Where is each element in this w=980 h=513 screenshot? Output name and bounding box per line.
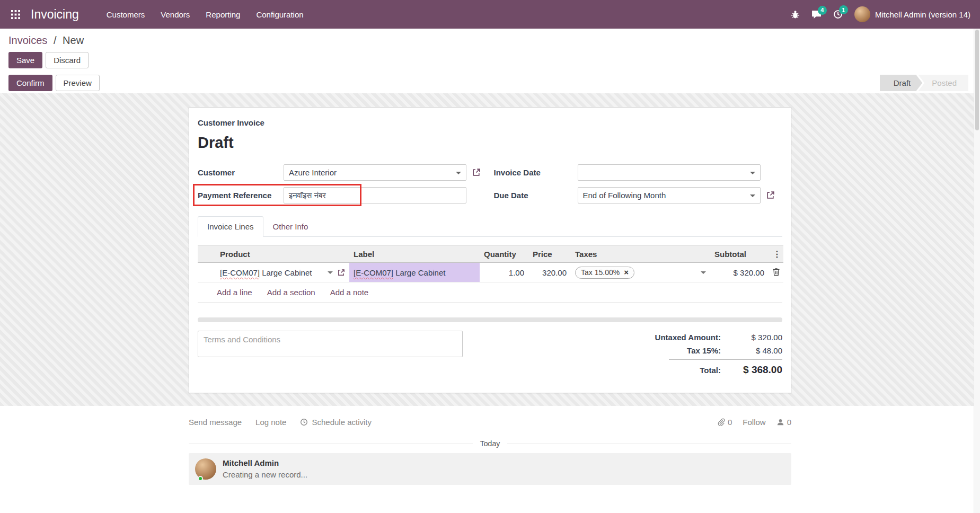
- optional-columns-icon[interactable]: [769, 246, 783, 263]
- due-date-label: Due Date: [494, 191, 578, 200]
- apps-menu-icon[interactable]: [6, 5, 24, 23]
- column-header-product[interactable]: Product: [216, 246, 349, 263]
- due-date-value: End of Following Month: [583, 191, 666, 200]
- send-message-button[interactable]: Send message: [189, 418, 242, 427]
- price-cell[interactable]: 320.00: [528, 263, 571, 282]
- log-note-button[interactable]: Log note: [255, 418, 286, 427]
- customer-field-row: Customer Azure Interior: [198, 164, 487, 181]
- customer-select[interactable]: Azure Interior: [284, 164, 466, 181]
- breadcrumb-separator: /: [54, 34, 57, 46]
- tab-other-info[interactable]: Other Info: [263, 216, 318, 237]
- menu-customers[interactable]: Customers: [107, 10, 145, 19]
- column-header-taxes[interactable]: Taxes: [571, 246, 710, 263]
- list-add-links: Add a line Add a section Add a note: [198, 282, 782, 303]
- app-name[interactable]: Invoicing: [31, 7, 79, 22]
- follow-button[interactable]: Follow: [743, 418, 765, 427]
- add-a-note-link[interactable]: Add a note: [330, 288, 369, 297]
- debug-bug-icon[interactable]: [791, 10, 800, 19]
- confirm-button[interactable]: Confirm: [8, 75, 52, 91]
- chatter: Send message Log note Schedule activity …: [189, 406, 791, 485]
- schedule-activity-button[interactable]: Schedule activity: [300, 418, 372, 427]
- add-a-section-link[interactable]: Add a section: [267, 288, 315, 297]
- activities-badge: 1: [839, 5, 848, 14]
- status-posted[interactable]: Posted: [918, 75, 968, 91]
- tax-tag[interactable]: Tax 15.00%: [575, 267, 634, 279]
- terms-and-conditions-input[interactable]: Terms and Conditions: [198, 331, 463, 357]
- message-body: Creating a new record...: [223, 470, 307, 479]
- product-dropdown-caret-icon: [328, 271, 333, 277]
- payment-reference-label: Payment Reference: [198, 191, 284, 200]
- online-status-dot: [198, 476, 203, 481]
- preview-button[interactable]: Preview: [56, 75, 100, 91]
- date-divider: Today: [189, 439, 791, 448]
- status-draft[interactable]: Draft: [880, 75, 923, 91]
- subtotal-cell: $ 320.00: [710, 263, 769, 282]
- menu-configuration[interactable]: Configuration: [256, 10, 303, 19]
- discard-button[interactable]: Discard: [46, 52, 89, 68]
- tax-tag-label: Tax 15.00%: [581, 268, 620, 277]
- total-row: Total: $ 368.00: [669, 359, 782, 378]
- total-label: Total:: [700, 366, 721, 375]
- page-scrollbar[interactable]: [974, 29, 980, 513]
- chatter-message: Mitchell Admin Creating a new record...: [189, 453, 791, 485]
- state-title: Draft: [198, 134, 782, 152]
- quantity-cell[interactable]: 1.00: [480, 263, 528, 282]
- invoice-date-label: Invoice Date: [494, 168, 578, 177]
- product-name: Large Cabinet: [260, 268, 312, 277]
- column-header-price[interactable]: Price: [528, 246, 571, 263]
- messages-badge: 4: [818, 6, 827, 15]
- due-date-field-row: Due Date End of Following Month: [494, 187, 783, 204]
- product-external-link-icon[interactable]: [337, 269, 345, 277]
- tab-invoice-lines[interactable]: Invoice Lines: [198, 216, 263, 237]
- due-date-select[interactable]: End of Following Month: [578, 187, 761, 204]
- payment-reference-field-row: Payment Reference इनवॉइस नंबर: [198, 187, 487, 204]
- statusbar: Draft Posted: [880, 75, 968, 91]
- menu-vendors[interactable]: Vendors: [161, 10, 190, 19]
- document-type-label: Customer Invoice: [198, 118, 782, 128]
- grid-icon: [11, 10, 20, 19]
- breadcrumb-invoices[interactable]: Invoices: [8, 34, 47, 46]
- untaxed-amount-row: Untaxed Amount: $ 320.00: [602, 331, 782, 344]
- form-actions: Save Discard: [8, 52, 972, 68]
- tax-row: Tax 15%: $ 48.00: [602, 344, 782, 357]
- label-code: [E-COM07]: [354, 268, 393, 277]
- due-date-external-link-icon[interactable]: [766, 191, 775, 200]
- form-view-background: Customer Invoice Draft Customer Azure In…: [0, 93, 980, 406]
- column-header-subtotal[interactable]: Subtotal: [710, 246, 769, 263]
- activities-clock-icon[interactable]: 1: [833, 10, 843, 19]
- horizontal-scrollbar[interactable]: [198, 317, 782, 322]
- delete-line-icon[interactable]: [772, 268, 780, 276]
- breadcrumb: Invoices / New: [8, 34, 972, 47]
- user-menu[interactable]: Mitchell Admin (version 14): [854, 6, 970, 22]
- person-icon: [776, 418, 784, 426]
- taxes-dropdown-caret-icon[interactable]: [701, 271, 706, 277]
- invoice-form-fields: Customer Azure Interior Payment Referenc…: [198, 164, 782, 204]
- untaxed-amount-label: Untaxed Amount:: [655, 333, 721, 342]
- taxes-cell[interactable]: Tax 15.00%: [571, 263, 710, 282]
- invoice-line-row[interactable]: [E-COM07] Large Cabinet [E-COM07] Large …: [198, 263, 783, 282]
- messages-icon[interactable]: 4: [811, 10, 822, 19]
- scrollbar-thumb[interactable]: [975, 30, 979, 130]
- schedule-activity-clock-icon: [300, 418, 308, 426]
- product-cell[interactable]: [E-COM07] Large Cabinet: [216, 263, 349, 282]
- user-avatar: [854, 6, 870, 22]
- followers-button[interactable]: 0: [776, 418, 791, 427]
- product-code: [E-COM07]: [220, 268, 260, 277]
- main-menu: Customers Vendors Reporting Configuratio…: [107, 10, 304, 19]
- column-header-quantity[interactable]: Quantity: [480, 246, 528, 263]
- message-author[interactable]: Mitchell Admin: [223, 458, 307, 468]
- remove-tax-icon[interactable]: [624, 268, 629, 277]
- attachments-button[interactable]: 0: [717, 418, 732, 427]
- save-button[interactable]: Save: [8, 52, 42, 68]
- add-a-line-link[interactable]: Add a line: [217, 288, 252, 297]
- label-cell[interactable]: [E-COM07] Large Cabinet: [349, 263, 480, 282]
- invoice-date-select[interactable]: [578, 164, 761, 181]
- column-header-label[interactable]: Label: [349, 246, 480, 263]
- tax-label: Tax 15%:: [687, 346, 721, 355]
- payment-reference-input[interactable]: इनवॉइस नंबर: [284, 187, 466, 204]
- handle-column-header: [198, 246, 216, 263]
- customer-external-link-icon[interactable]: [472, 168, 481, 177]
- menu-reporting[interactable]: Reporting: [206, 10, 240, 19]
- untaxed-amount-value: $ 320.00: [736, 333, 782, 342]
- row-drag-handle[interactable]: [198, 263, 216, 282]
